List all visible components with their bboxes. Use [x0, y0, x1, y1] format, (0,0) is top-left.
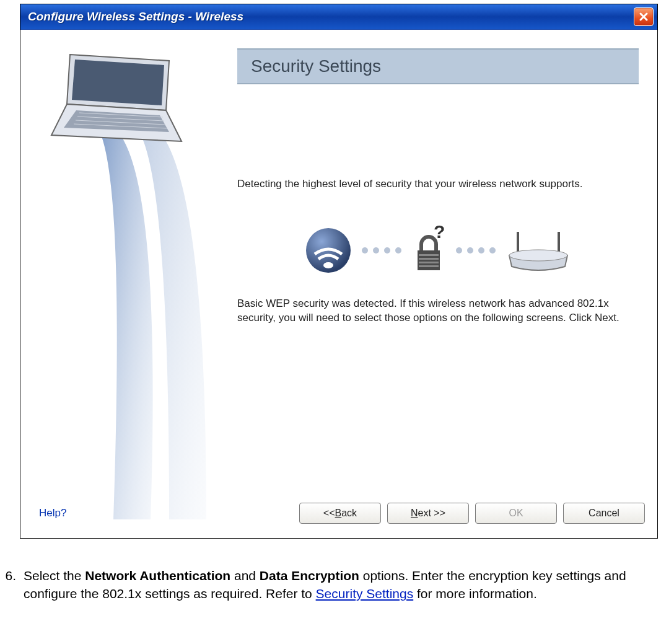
page-header-band: Security Settings: [237, 48, 639, 84]
laptop-icon: [39, 48, 188, 160]
help-link[interactable]: Help?: [39, 507, 66, 519]
page-title: Security Settings: [251, 56, 381, 76]
right-content-pane: Security Settings Detecting the highest …: [237, 30, 657, 538]
progress-dots-left: [362, 247, 401, 254]
back-button[interactable]: << Back: [299, 503, 381, 524]
lock-question-icon: ?: [410, 226, 447, 275]
wifi-globe-icon: [304, 226, 353, 275]
svg-rect-10: [419, 254, 439, 256]
svg-text:?: ?: [434, 226, 445, 242]
dialog-body: Security Settings Detecting the highest …: [20, 30, 657, 538]
back-rest: ack: [341, 508, 357, 519]
close-button[interactable]: [634, 7, 654, 26]
svg-rect-13: [419, 265, 439, 267]
svg-rect-11: [419, 258, 439, 260]
dialog-footer: Help? << Back Next >> OK Cancel: [20, 495, 657, 538]
next-accel: N: [411, 508, 418, 519]
progress-dots-right: [456, 247, 496, 254]
detecting-text: Detecting the highest level of security …: [237, 177, 639, 192]
next-button[interactable]: Next >>: [387, 503, 469, 524]
instruction-step: 6. Select the Network Authentication and…: [0, 567, 655, 603]
back-accel: B: [335, 508, 342, 519]
back-prefix: <<: [323, 508, 335, 519]
wireless-beam-graphic: [95, 123, 231, 519]
close-icon: [639, 12, 649, 22]
cancel-button[interactable]: Cancel: [563, 503, 645, 524]
next-rest: ext >>: [418, 508, 445, 519]
ok-label: OK: [509, 508, 523, 519]
cancel-label: Cancel: [589, 508, 619, 519]
detection-graphic-row: ?: [237, 216, 639, 285]
svg-point-9: [323, 262, 333, 268]
titlebar: Configure Wireless Settings - Wireless: [20, 4, 657, 30]
left-graphic-pane: [20, 30, 237, 538]
svg-rect-12: [419, 262, 439, 263]
window-title: Configure Wireless Settings - Wireless: [28, 10, 243, 24]
step-text: Select the Network Authentication and Da…: [24, 567, 655, 603]
svg-point-17: [509, 250, 567, 261]
router-icon: [504, 226, 572, 275]
security-settings-link[interactable]: Security Settings: [316, 586, 414, 601]
ok-button: OK: [475, 503, 557, 524]
result-text: Basic WEP security was detected. If this…: [237, 297, 639, 325]
dialog-window: Configure Wireless Settings - Wireless: [20, 4, 658, 539]
step-number: 6.: [0, 567, 16, 584]
svg-marker-1: [72, 60, 164, 105]
